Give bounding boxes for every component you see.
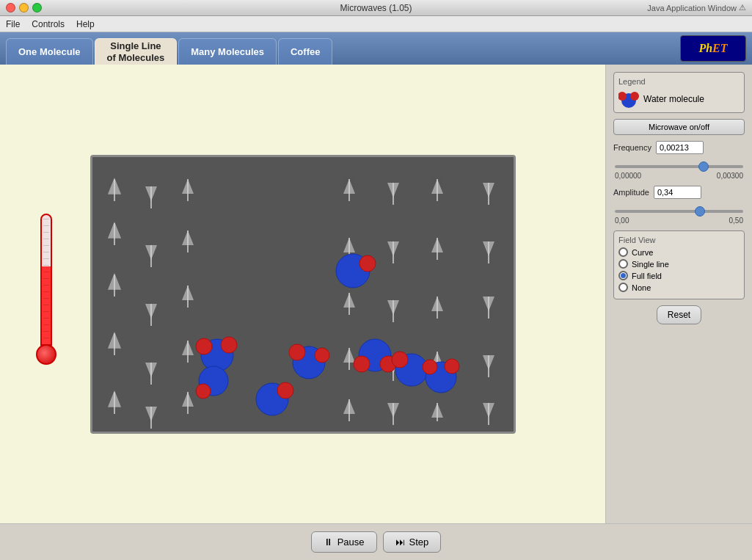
frequency-slider[interactable]	[615, 165, 743, 168]
legend-item-water: Water molecule	[618, 90, 740, 108]
thermometer	[35, 214, 57, 375]
frequency-input[interactable]	[656, 141, 704, 154]
menu-bar: File Controls Help	[0, 16, 752, 32]
pause-icon: ⏸	[324, 537, 333, 548]
svg-point-89	[423, 360, 437, 374]
molecule-7	[392, 352, 428, 386]
amplitude-label: Amplitude	[613, 188, 649, 197]
menu-controls[interactable]: Controls	[32, 19, 65, 29]
legend-title: Legend	[618, 77, 740, 86]
window-controls[interactable]	[6, 3, 42, 12]
svg-point-71	[196, 338, 212, 354]
tab-one-molecule[interactable]: One Molecule	[6, 38, 93, 65]
step-button[interactable]: ⏭ Step	[383, 531, 442, 553]
phet-logo: PhET	[680, 35, 746, 62]
radio-none[interactable]: None	[618, 283, 740, 292]
tab-bar: One Molecule Single Lineof Molecules Man…	[0, 32, 752, 65]
thermo-bulb	[36, 344, 56, 365]
menu-file[interactable]: File	[6, 19, 20, 29]
svg-point-74	[196, 384, 211, 399]
freq-max: 0,00300	[717, 172, 743, 180]
molecule-6	[354, 339, 396, 372]
radio-full-field[interactable]: Full field	[618, 271, 740, 280]
frequency-slider-container: 0,00000 0,00300	[613, 160, 745, 180]
amp-min: 0,00	[615, 217, 629, 225]
radio-single-line-label: Single line	[632, 260, 669, 269]
freq-min: 0,00000	[615, 172, 641, 180]
sim-panel	[0, 65, 605, 523]
menu-help[interactable]: Help	[76, 19, 95, 29]
thermo-tube	[40, 214, 52, 346]
svg-point-92	[630, 92, 639, 101]
svg-point-72	[221, 337, 237, 353]
step-icon: ⏭	[395, 537, 405, 548]
svg-point-81	[359, 255, 376, 272]
field-view-title: Field View	[618, 236, 740, 244]
window-title: Microwaves (1.05)	[340, 3, 412, 13]
molecule-4	[289, 344, 329, 379]
minimize-button[interactable]	[19, 3, 29, 12]
main-content: Legend Water molecule Microwave on/off F…	[0, 65, 752, 523]
tab-coffee[interactable]: Coffee	[278, 38, 332, 65]
svg-point-83	[354, 356, 370, 372]
sim-box	[90, 155, 516, 434]
amplitude-input[interactable]	[654, 186, 701, 199]
molecule-5	[336, 254, 376, 288]
radio-none-circle[interactable]	[618, 283, 628, 292]
svg-point-79	[315, 348, 329, 363]
maximize-button[interactable]	[32, 3, 42, 12]
molecule-3	[256, 382, 293, 415]
molecule-8	[423, 359, 459, 393]
arrows-svg	[92, 157, 516, 434]
water-molecule-label: Water molecule	[643, 94, 704, 104]
radio-curve-circle[interactable]	[618, 247, 628, 257]
svg-point-86	[392, 352, 408, 368]
radio-curve-label: Curve	[632, 248, 653, 257]
tab-single-line[interactable]: Single Lineof Molecules	[95, 38, 178, 65]
amplitude-row: Amplitude	[613, 186, 745, 199]
svg-point-76	[277, 382, 293, 399]
tab-many-molecules[interactable]: Many Molecules	[178, 38, 277, 65]
radio-single-line-circle[interactable]	[618, 259, 628, 269]
water-molecule-icon	[618, 90, 639, 108]
reset-button[interactable]: Reset	[657, 305, 701, 324]
java-badge: Java Application Window ⚠	[647, 3, 746, 12]
field-arrows	[92, 157, 514, 432]
bottom-bar: ⏸ Pause ⏭ Step	[0, 523, 752, 560]
field-view-box: Field View Curve Single line Full field …	[613, 230, 745, 299]
amplitude-slider[interactable]	[615, 210, 743, 213]
frequency-row: Frequency	[613, 141, 745, 154]
radio-full-field-circle[interactable]	[618, 271, 628, 280]
molecule-2	[196, 366, 228, 399]
amplitude-slider-container: 0,00 0,50	[613, 205, 745, 225]
legend-box: Legend Water molecule	[613, 72, 745, 113]
svg-point-78	[289, 344, 305, 360]
frequency-label: Frequency	[613, 143, 651, 152]
radio-full-field-label: Full field	[632, 272, 662, 280]
radio-single-line[interactable]: Single line	[618, 259, 740, 269]
amp-max: 0,50	[729, 217, 743, 225]
pause-button[interactable]: ⏸ Pause	[311, 531, 377, 553]
right-panel: Legend Water molecule Microwave on/off F…	[605, 65, 752, 523]
radio-none-label: None	[632, 283, 651, 292]
title-bar: Microwaves (1.05) Java Application Windo…	[0, 0, 752, 16]
close-button[interactable]	[6, 3, 15, 12]
radio-curve[interactable]: Curve	[618, 247, 740, 257]
svg-point-88	[445, 359, 459, 374]
microwave-toggle-button[interactable]: Microwave on/off	[613, 119, 745, 135]
